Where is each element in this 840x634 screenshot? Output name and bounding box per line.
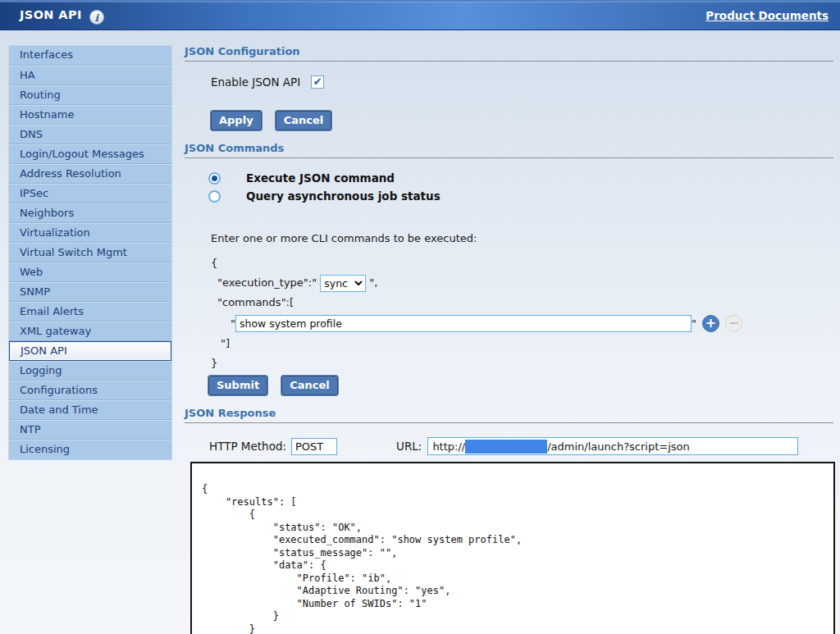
checkmark-icon: ✔ [313, 75, 322, 88]
request-meta-row: HTTP Method: URL: http:// /admin/launch?… [209, 437, 833, 455]
sidebar-item-licensing[interactable]: Licensing [9, 440, 171, 459]
sidebar-item-ipsec[interactable]: IPSec [9, 184, 171, 203]
cancel-button-configuration[interactable]: Cancel [276, 111, 332, 130]
product-documents-link[interactable]: Product Documents [705, 9, 829, 22]
apply-button[interactable]: Apply [211, 111, 262, 130]
json-close-brace: } [211, 353, 833, 373]
sidebar-item-neighbors[interactable]: Neighbors [9, 203, 171, 223]
sidebar-item-virtual-switch-mgmt[interactable]: Virtual Switch Mgmt [9, 243, 171, 262]
section-title-json-configuration: JSON Configuration [185, 45, 833, 57]
page-title-group: JSON APIi [20, 7, 104, 25]
section-divider [185, 61, 833, 62]
query-async-job-status-label: Query asynchronous job status [246, 189, 441, 203]
enable-json-api-checkbox[interactable]: ✔ [311, 75, 324, 89]
commands-array-open: "commands":[ [217, 293, 833, 312]
commands-array-close: "] [221, 334, 833, 353]
page-body: InterfacesHARoutingHostnameDNSLogin/Logo… [0, 30, 840, 634]
add-command-button[interactable]: + [702, 315, 719, 332]
sidebar-item-email-alerts[interactable]: Email Alerts [9, 302, 171, 322]
execution-type-select[interactable]: sync [320, 275, 366, 292]
section-json-response: JSON Response HTTP Method: URL: http:// … [185, 407, 833, 634]
section-title-json-commands: JSON Commands [185, 142, 833, 154]
remove-command-button[interactable]: − [725, 315, 742, 332]
sidebar-item-address-resolution[interactable]: Address Resolution [9, 164, 171, 184]
section-title-json-response: JSON Response [185, 407, 833, 419]
page-header: JSON APIi Product Documents [0, 0, 840, 30]
url-prefix-text: http:// [432, 440, 465, 453]
http-method-input[interactable] [291, 438, 337, 455]
command-mode-radios: Execute JSON command Query asynchronous … [208, 169, 833, 205]
submit-button[interactable]: Submit [208, 376, 267, 395]
command-quote-close: " [692, 317, 696, 330]
execute-json-command-radio[interactable] [208, 172, 221, 185]
sidebar-item-ha[interactable]: HA [9, 66, 171, 85]
json-response-output[interactable]: { "results": [ { "status": "OK", "execut… [190, 462, 835, 634]
configuration-buttons: Apply Cancel [211, 111, 833, 130]
cli-command-input[interactable] [235, 315, 692, 332]
command-input-row: "" + − [231, 312, 833, 334]
sidebar-item-xml-gateway[interactable]: XML gateway [9, 322, 171, 341]
execution-type-suffix: ", [369, 273, 377, 293]
cancel-button-commands[interactable]: Cancel [281, 376, 338, 395]
radio-row-execute[interactable]: Execute JSON command [208, 169, 833, 187]
sidebar-item-interfaces[interactable]: Interfaces [9, 46, 171, 66]
sidebar-item-configurations[interactable]: Configurations [9, 381, 171, 400]
json-open-brace: { [211, 253, 833, 273]
url-label: URL: [396, 440, 422, 453]
section-divider [185, 422, 833, 423]
info-icon[interactable]: i [89, 10, 104, 25]
sidebar-item-dns[interactable]: DNS [9, 125, 171, 144]
sidebar-item-virtualization[interactable]: Virtualization [9, 223, 171, 243]
commands-buttons: Submit Cancel [208, 376, 833, 395]
page-title: JSON API [20, 8, 82, 21]
sidebar-item-login-logout-messages[interactable]: Login/Logout Messages [9, 144, 171, 164]
section-json-commands: JSON Commands Execute JSON command Query… [185, 142, 833, 395]
execution-type-row: "execution_type":" sync ", [217, 273, 833, 293]
execution-type-prefix: "execution_type":" [217, 273, 317, 293]
main-content: JSON Configuration Enable JSON API ✔ App… [185, 45, 833, 634]
sidebar-item-json-api[interactable]: JSON API [9, 341, 171, 361]
execute-json-command-label: Execute JSON command [246, 171, 395, 185]
url-redacted-host [465, 440, 547, 454]
enable-json-api-row: Enable JSON API ✔ [211, 75, 833, 89]
http-method-label: HTTP Method: [209, 440, 286, 453]
sidebar-nav: InterfacesHARoutingHostnameDNSLogin/Logo… [8, 45, 172, 460]
url-input[interactable]: http:// /admin/launch?script=json [427, 437, 798, 455]
section-divider [185, 157, 833, 158]
sidebar-item-hostname[interactable]: Hostname [9, 105, 171, 125]
sidebar-item-routing[interactable]: Routing [9, 85, 171, 105]
enable-json-api-label: Enable JSON API [211, 75, 300, 89]
url-suffix-text: /admin/launch?script=json [547, 440, 690, 453]
query-async-job-status-radio[interactable] [208, 190, 221, 203]
section-json-configuration: JSON Configuration Enable JSON API ✔ App… [185, 45, 833, 130]
sidebar-item-snmp[interactable]: SNMP [9, 282, 171, 302]
sidebar-item-logging[interactable]: Logging [9, 361, 171, 381]
cli-commands-instruction: Enter one or more CLI commands to be exe… [211, 232, 833, 244]
json-command-template: { "execution_type":" sync ", "commands":… [185, 253, 833, 373]
sidebar-item-date-and-time[interactable]: Date and Time [9, 400, 171, 420]
sidebar-item-ntp[interactable]: NTP [9, 420, 171, 440]
radio-row-query[interactable]: Query asynchronous job status [208, 187, 833, 205]
sidebar-item-web[interactable]: Web [9, 262, 171, 282]
